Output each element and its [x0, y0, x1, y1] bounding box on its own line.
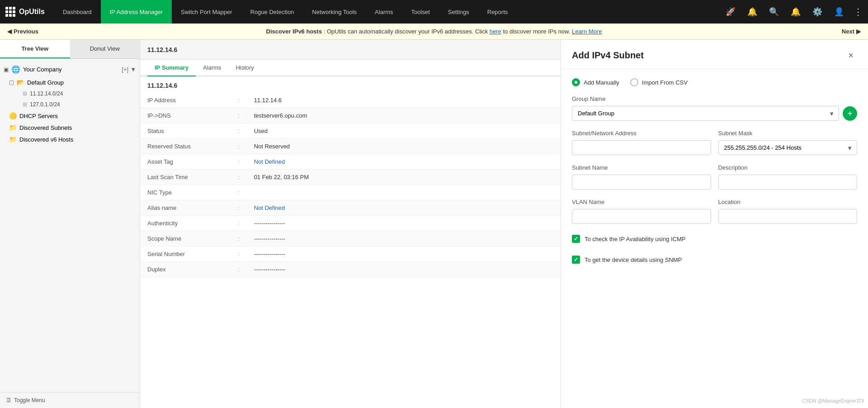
tab-alarms[interactable]: Alarms — [196, 60, 228, 76]
tab-history[interactable]: History — [228, 60, 261, 76]
sidebar-item-default-group[interactable]: ▢ 📂 Default Group — [0, 76, 140, 88]
rocket-icon[interactable]: 🚀 — [723, 5, 738, 19]
next-button[interactable]: Next ▶ — [835, 24, 868, 39]
group-name-label: Group Name — [572, 95, 857, 102]
sidebar-item-subnet-11[interactable]: ⊞ 11.12.14.0/24 — [0, 88, 140, 99]
search-icon[interactable]: 🔍 — [767, 5, 781, 19]
radio-csv-circle[interactable] — [630, 78, 638, 86]
sidebar-item-subnet-127[interactable]: ⊞ 127.0.1.0/24 — [0, 99, 140, 110]
sidebar-item-label: Default Group — [27, 79, 64, 86]
field-value[interactable]: Not Defined — [247, 200, 561, 216]
field-label: Alias name — [140, 200, 231, 216]
field-label: Reserved Status — [140, 139, 231, 154]
content-tabs: IP Summary Alarms History — [140, 60, 561, 76]
chevron-left-icon: ◀ — [7, 28, 12, 35]
notification-icon[interactable]: 🔔 — [788, 5, 803, 19]
settings-icon[interactable]: ⚙️ — [810, 5, 825, 19]
subnet-mask-select[interactable]: 255.255.255.0/24 - 254 Hosts — [718, 140, 858, 155]
field-value[interactable]: Not Defined — [247, 154, 561, 170]
radio-import-csv[interactable]: Import From CSV — [630, 78, 688, 86]
table-row: Asset Tag : Not Defined — [140, 154, 561, 170]
nav-settings[interactable]: Settings — [439, 0, 478, 24]
vlan-name-input[interactable] — [572, 209, 711, 224]
field-separator: : — [231, 93, 247, 108]
icmp-checkbox[interactable] — [572, 235, 580, 243]
name-desc-form-grid: Subnet Name Description — [572, 164, 857, 190]
table-row: IP->DNS : testserver6.opu.com — [140, 108, 561, 123]
tree-root-your-company[interactable]: ▣ 🌐 Your Company [+] ▼ — [0, 62, 140, 76]
donut-view-tab[interactable]: Donut View — [70, 40, 140, 58]
nav-alarms[interactable]: Alarms — [366, 0, 402, 24]
field-label: Authenticity — [140, 216, 231, 231]
field-separator: : — [231, 170, 247, 185]
sidebar-item-label: DHCP Servers — [19, 113, 58, 119]
field-value: 01 Feb 22, 03:16 PM — [247, 170, 561, 185]
field-separator: : — [231, 108, 247, 123]
location-input[interactable] — [718, 209, 858, 224]
bell-icon[interactable]: 🔔 — [745, 5, 760, 19]
banner-here-link[interactable]: here — [490, 28, 501, 35]
nav-ip-address-manager[interactable]: IP Address Manager — [101, 0, 172, 24]
radio-manually-circle[interactable] — [572, 78, 580, 86]
subnet-form-grid: Subnet/Network Address Subnet Mask 255.2… — [572, 130, 857, 155]
user-icon[interactable]: 👤 — [832, 5, 846, 19]
nav-dashboard[interactable]: Dashboard — [54, 0, 101, 24]
sidebar-item-discovered-subnets[interactable]: 📁 Discovered Subnets — [0, 122, 140, 133]
group-name-select[interactable]: Default Group — [572, 106, 839, 121]
field-label: Last Scan Time — [140, 170, 231, 185]
nav-networking-tools[interactable]: Networking Tools — [303, 0, 366, 24]
snmp-checkbox-row: To get the device details using SNMP — [572, 254, 857, 266]
table-row: Scope Name : ---------------- — [140, 231, 561, 247]
icmp-checkbox-row: To check the IP Availability using ICMP — [572, 233, 857, 245]
snmp-checkbox[interactable] — [572, 256, 580, 264]
collapse-icon: ▢ — [9, 79, 14, 85]
field-separator: : — [231, 216, 247, 231]
dhcp-icon: 🟡 — [9, 112, 17, 119]
field-separator: : — [231, 123, 247, 139]
sidebar-item-label: 11.12.14.0/24 — [30, 90, 63, 97]
subnet-address-input[interactable] — [572, 140, 711, 155]
detail-table: IP Address : 11.12.14.6 IP->DNS : testse… — [140, 93, 561, 277]
nav-switch-port-mapper[interactable]: Switch Port Mapper — [172, 0, 241, 24]
subnet-name-input[interactable] — [572, 175, 711, 190]
chevron-right-icon: ▶ — [856, 28, 861, 35]
sidebar-item-discovered-v6[interactable]: 📁 Discovered v6 Hosts — [0, 133, 140, 145]
table-row: Status : Used — [140, 123, 561, 139]
banner-title: Discover IPv6 hosts — [266, 28, 322, 35]
grid-icon — [5, 7, 15, 17]
nav-rogue-detection[interactable]: Rogue Detection — [241, 0, 303, 24]
panel-close-button[interactable]: × — [844, 49, 857, 62]
add-icon[interactable]: [+] — [122, 66, 128, 73]
network-icon: ⊞ — [23, 90, 27, 97]
sidebar-item-dhcp-servers[interactable]: 🟡 DHCP Servers — [0, 110, 140, 122]
main-nav: Dashboard IP Address Manager Switch Port… — [54, 0, 719, 24]
banner-learn-more-link[interactable]: Learn More — [572, 28, 602, 35]
toggle-menu-button[interactable]: ☰ Toggle Menu — [0, 392, 140, 408]
description-input[interactable] — [718, 175, 858, 190]
banner-text: Discover IPv6 hosts : OpUtils can automa… — [266, 28, 602, 35]
main-layout: Tree View Donut View ▣ 🌐 Your Company [+… — [0, 40, 868, 408]
field-separator: : — [231, 200, 247, 216]
more-icon[interactable]: ⋮ — [854, 6, 863, 17]
tree-view-tab[interactable]: Tree View — [0, 40, 70, 58]
next-label: Next — [842, 28, 854, 35]
nav-reports[interactable]: Reports — [478, 0, 517, 24]
subnet-address-section: Subnet/Network Address — [572, 130, 711, 155]
field-separator: : — [231, 247, 247, 262]
group-name-section: Group Name Default Group ▼ + — [572, 95, 857, 121]
location-label: Location — [718, 199, 858, 205]
nav-toolset[interactable]: Toolset — [402, 0, 439, 24]
snmp-checkbox-label: To get the device details using SNMP — [585, 256, 682, 263]
previous-button[interactable]: ◀ Previous — [0, 24, 46, 39]
field-value: Used — [247, 123, 561, 139]
radio-add-manually[interactable]: Add Manually — [572, 78, 619, 86]
add-group-button[interactable]: + — [843, 106, 857, 121]
field-label: Status — [140, 123, 231, 139]
panel-header: Add IPv4 Subnet × — [561, 40, 868, 69]
table-row: Reserved Status : Not Reserved — [140, 139, 561, 154]
content-header: 11.12.14.6 — [140, 40, 561, 60]
folder-open-icon: 📂 — [17, 79, 24, 86]
more-action-icon[interactable]: ▼ — [130, 66, 136, 73]
subnet-mask-label: Subnet Mask — [718, 130, 858, 137]
tab-ip-summary[interactable]: IP Summary — [147, 60, 196, 76]
